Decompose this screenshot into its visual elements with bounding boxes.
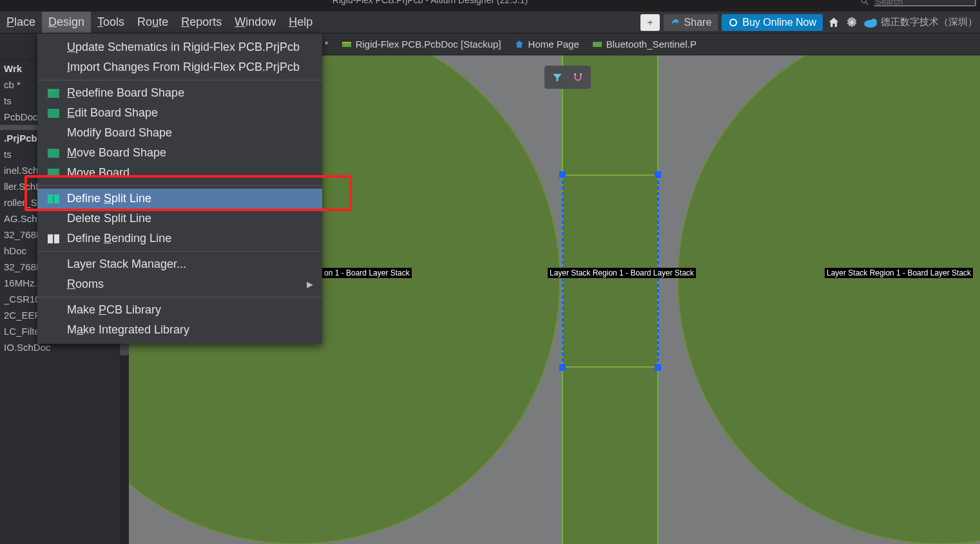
selection-handle[interactable] (655, 171, 661, 178)
board-icon (46, 149, 61, 158)
svg-line-1 (866, 3, 869, 5)
menu-tools[interactable]: Tools (91, 12, 131, 33)
board-icon (46, 89, 61, 98)
region-label: on 1 - Board Layer Stack (322, 268, 412, 278)
menu-help[interactable]: Help (282, 12, 319, 33)
svg-rect-11 (593, 42, 602, 47)
design-menu-dropdown: Update Schematics in Rigid-Flex PCB.PrjP… (37, 33, 322, 344)
menu-separator (37, 297, 322, 297)
window-titlebar: Rigid-Flex PCB.PrjPcb - Altium Designer … (0, 0, 980, 12)
menu-reports[interactable]: Reports (175, 12, 228, 33)
menu-import-changes[interactable]: Import Changes From Rigid-Flex PCB.PrjPc… (37, 57, 322, 77)
home-icon (514, 39, 524, 50)
share-label: Share (684, 17, 712, 28)
buy-online-button[interactable]: Buy Online Now (722, 14, 823, 31)
region-label: Layer Stack Region 1 - Board Layer Stack (548, 268, 696, 278)
menu-make-integrated-library[interactable]: Make Integrated Library (37, 320, 322, 340)
tab-rigidflex-stackup[interactable]: Rigid-Flex PCB.PcbDoc [Stackup] (335, 33, 508, 55)
search-input[interactable] (873, 0, 976, 6)
selection-handle[interactable] (655, 364, 661, 371)
menu-define-split-line[interactable]: Define Split Line (37, 189, 322, 209)
home-icon[interactable] (827, 15, 841, 30)
submenu-arrow-icon: ▶ (307, 279, 313, 289)
tab-bluetooth-sentinel[interactable]: Bluetooth_Sentinel.P (586, 33, 703, 55)
svg-rect-20 (54, 194, 59, 203)
search-icon (860, 0, 869, 6)
menu-separator (37, 80, 322, 80)
menu-window[interactable]: Window (228, 12, 282, 33)
svg-rect-18 (48, 169, 59, 178)
cloud-status[interactable]: 德正数字技术（深圳） (863, 16, 977, 28)
svg-rect-15 (52, 90, 53, 91)
svg-rect-16 (48, 109, 59, 118)
menu-edit-board-shape[interactable]: Edit Board Shape (37, 103, 322, 123)
tab-home[interactable]: Home Page (508, 33, 586, 55)
svg-rect-14 (49, 90, 50, 91)
menu-update-schematics[interactable]: Update Schematics in Rigid-Flex PCB.PrjP… (37, 37, 322, 57)
cloud-label: 德正数字技术（深圳） (881, 16, 977, 28)
pcb-icon (592, 39, 602, 50)
canvas-floating-toolbar (544, 66, 591, 89)
svg-point-6 (870, 19, 877, 25)
share-button[interactable]: Share (664, 14, 718, 31)
menu-move-board-shape[interactable]: Move Board Shape (37, 143, 322, 163)
menu-define-bending-line[interactable]: Define Bending Line (37, 229, 322, 249)
menubar: Place Design Tools Route Reports Window … (0, 12, 980, 33)
svg-point-0 (861, 0, 866, 3)
gear-icon[interactable] (845, 15, 859, 30)
menu-rooms[interactable]: Rooms ▶ (37, 274, 322, 294)
split-icon (46, 194, 61, 203)
pcb-icon (341, 39, 352, 50)
board-icon (46, 169, 61, 178)
svg-point-3 (731, 20, 736, 25)
bend-icon (46, 234, 61, 243)
magnet-icon[interactable] (569, 68, 587, 86)
selection-handle[interactable] (559, 364, 566, 371)
window-title: Rigid-Flex PCB.PrjPcb - Altium Designer … (0, 0, 860, 5)
menu-modify-board-shape[interactable]: Modify Board Shape (37, 123, 322, 143)
add-button[interactable] (640, 14, 660, 31)
menu-make-pcb-library[interactable]: Make PCB Library (37, 300, 322, 320)
svg-rect-22 (53, 234, 54, 243)
menu-delete-split-line[interactable]: Delete Split Line (37, 209, 322, 229)
menu-separator (37, 185, 322, 186)
svg-rect-19 (48, 194, 53, 203)
menu-move-board[interactable]: Move Board (37, 163, 322, 183)
menu-design[interactable]: Design (42, 12, 91, 33)
menu-redefine-board-shape[interactable]: Redefine Board Shape (37, 83, 322, 103)
menu-place[interactable]: Place (0, 12, 42, 33)
buy-label: Buy Online Now (742, 17, 816, 28)
svg-rect-10 (342, 42, 351, 43)
selection-handle[interactable] (559, 171, 566, 178)
filter-icon[interactable] (548, 68, 566, 86)
board-icon (46, 109, 61, 118)
menu-separator (37, 251, 322, 252)
svg-rect-17 (48, 149, 59, 158)
menu-layer-stack-manager[interactable]: Layer Stack Manager... (37, 254, 322, 274)
menu-route[interactable]: Route (131, 12, 175, 33)
region-label: Layer Stack Region 1 - Board Layer Stack (825, 268, 973, 278)
